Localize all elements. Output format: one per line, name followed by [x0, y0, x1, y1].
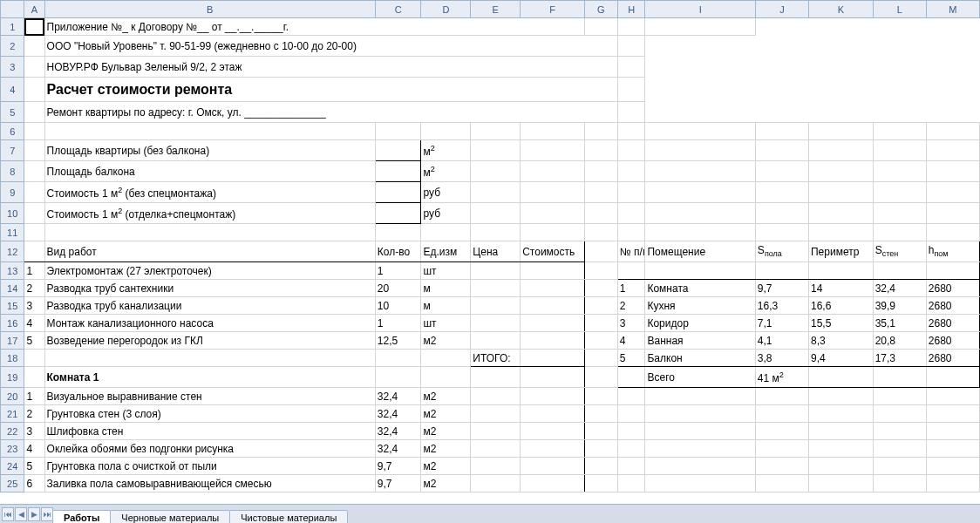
cell-9-H[interactable] [617, 182, 645, 203]
cell-24-K[interactable] [808, 458, 873, 475]
cell-21-J[interactable] [755, 405, 808, 423]
cell-11-A[interactable] [24, 224, 44, 241]
cell-21-G[interactable] [584, 405, 617, 423]
cell-24-G[interactable] [584, 458, 617, 475]
work-price[interactable] [471, 458, 521, 475]
cell-25-G[interactable] [584, 475, 617, 492]
cell-23-K[interactable] [808, 440, 873, 458]
cell-5-H[interactable] [617, 102, 645, 123]
cell-2-H[interactable] [617, 36, 645, 57]
cell-11-K[interactable] [808, 224, 873, 241]
cell-24-J[interactable] [755, 458, 808, 475]
cell-25-H[interactable] [617, 475, 645, 492]
cell-7-K[interactable] [808, 140, 873, 161]
row-header-22[interactable]: 22 [1, 423, 24, 440]
cell-23-M[interactable] [926, 440, 979, 458]
cell-6-H[interactable] [617, 123, 645, 140]
work-price[interactable] [471, 262, 521, 280]
row-header-2[interactable]: 2 [1, 36, 24, 57]
row-header-21[interactable]: 21 [1, 405, 24, 423]
cell-9-K[interactable] [808, 182, 873, 203]
row-header-5[interactable]: 5 [1, 102, 24, 123]
col-header-E[interactable]: E [471, 1, 521, 18]
cell-21-L[interactable] [873, 405, 926, 423]
tab-nav-prev[interactable]: ◀ [15, 507, 27, 521]
col-header-G[interactable]: G [584, 1, 617, 18]
cell-15-G[interactable] [584, 297, 617, 315]
cell-18-C[interactable] [375, 350, 421, 367]
row-header-14[interactable]: 14 [1, 280, 24, 297]
work-price[interactable] [471, 297, 521, 315]
cell-7-H[interactable] [617, 140, 645, 161]
work-price[interactable] [471, 388, 521, 405]
row-header-23[interactable]: 23 [1, 440, 24, 458]
row-header-24[interactable]: 24 [1, 458, 24, 475]
cell-20-I[interactable] [645, 388, 755, 405]
cell-11-H[interactable] [617, 224, 645, 241]
row-header-9[interactable]: 9 [1, 182, 24, 203]
cell-3-A[interactable] [24, 57, 44, 78]
cell-8-K[interactable] [808, 161, 873, 182]
cell-22-K[interactable] [808, 423, 873, 440]
cell-18-B[interactable] [44, 350, 375, 367]
cell-9-G[interactable] [584, 182, 617, 203]
col-header-A[interactable]: A [24, 1, 44, 18]
work-cost[interactable] [521, 262, 585, 280]
row-header-13[interactable]: 13 [1, 262, 24, 280]
cell-6-B[interactable] [44, 123, 375, 140]
row-header-18[interactable]: 18 [1, 350, 24, 367]
cell-20-J[interactable] [755, 388, 808, 405]
cell-4-H[interactable] [617, 78, 645, 102]
cell-10-K[interactable] [808, 203, 873, 224]
cell-8-E[interactable] [471, 161, 521, 182]
cell-23-H[interactable] [617, 440, 645, 458]
cell-25-L[interactable] [873, 475, 926, 492]
cell-9-J[interactable] [755, 182, 808, 203]
row-header-12[interactable]: 12 [1, 241, 24, 262]
cell-25-M[interactable] [926, 475, 979, 492]
cell-22-H[interactable] [617, 423, 645, 440]
work-price[interactable] [471, 315, 521, 332]
cell-12-G[interactable] [584, 241, 617, 262]
cell-14-G[interactable] [584, 280, 617, 297]
work-cost[interactable] [521, 297, 585, 315]
row-header-7[interactable]: 7 [1, 140, 24, 161]
cell-18-G[interactable] [584, 350, 617, 367]
work-price[interactable] [471, 440, 521, 458]
col-header-C[interactable]: C [375, 1, 421, 18]
work-price[interactable] [471, 332, 521, 350]
row-header-4[interactable]: 4 [1, 78, 24, 102]
param-balcony-value[interactable] [375, 161, 421, 182]
cell-7-L[interactable] [873, 140, 926, 161]
cell-20-G[interactable] [584, 388, 617, 405]
cell-10-M[interactable] [926, 203, 979, 224]
cell-19-G[interactable] [584, 367, 617, 388]
cell-19-M[interactable] [926, 367, 979, 388]
cell-6-I[interactable] [645, 123, 755, 140]
works-total-value[interactable] [521, 350, 585, 367]
cell-10-A[interactable] [24, 203, 44, 224]
work-cost[interactable] [521, 280, 585, 297]
cell-21-M[interactable] [926, 405, 979, 423]
work-cost[interactable] [521, 440, 585, 458]
cell-23-L[interactable] [873, 440, 926, 458]
cell-23-I[interactable] [645, 440, 755, 458]
row-header-6[interactable]: 6 [1, 123, 24, 140]
cell-6-A[interactable] [24, 123, 44, 140]
cell-7-I[interactable] [645, 140, 755, 161]
cell-8-I[interactable] [645, 161, 755, 182]
cell-20-L[interactable] [873, 388, 926, 405]
cell-22-I[interactable] [645, 423, 755, 440]
cell-11-G[interactable] [584, 224, 617, 241]
cell-16-G[interactable] [584, 315, 617, 332]
cell-25-I[interactable] [645, 475, 755, 492]
cell-25-J[interactable] [755, 475, 808, 492]
cell-19-E[interactable] [471, 367, 521, 388]
tab-nav-next[interactable]: ▶ [28, 507, 40, 521]
col-header-F[interactable]: F [521, 1, 585, 18]
work-price[interactable] [471, 280, 521, 297]
work-price[interactable] [471, 423, 521, 440]
sheet-tab-2[interactable]: Чистовые материалы [229, 510, 348, 523]
tab-nav-first[interactable]: ⏮ [2, 507, 14, 521]
row-header-3[interactable]: 3 [1, 57, 24, 78]
